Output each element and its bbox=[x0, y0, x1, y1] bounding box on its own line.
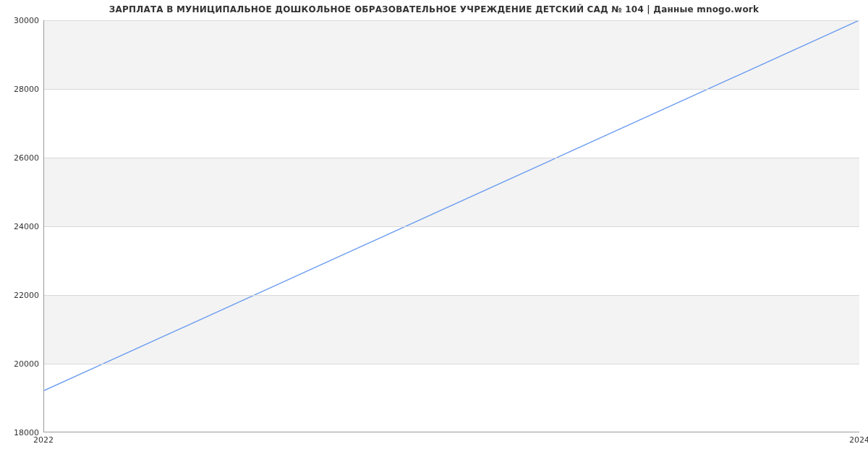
y-tick-label: 24000 bbox=[6, 222, 39, 231]
data-line bbox=[44, 20, 859, 390]
y-tick-label: 28000 bbox=[6, 85, 39, 94]
gridline bbox=[44, 295, 859, 296]
y-tick-label: 30000 bbox=[6, 16, 39, 25]
y-tick bbox=[43, 364, 44, 364]
y-tick bbox=[43, 226, 44, 227]
y-tick bbox=[43, 89, 44, 90]
y-tick-label: 22000 bbox=[6, 291, 39, 300]
y-tick bbox=[43, 20, 44, 21]
chart-container: ЗАРПЛАТА В МУНИЦИПАЛЬНОЕ ДОШКОЛЬНОЕ ОБРА… bbox=[0, 0, 868, 470]
gridline bbox=[44, 89, 859, 90]
gridline bbox=[44, 20, 859, 21]
gridline bbox=[44, 364, 859, 364]
y-tick-label: 26000 bbox=[6, 153, 39, 163]
plot-area bbox=[43, 20, 859, 432]
x-tick-label: 2022 bbox=[33, 435, 54, 445]
gridline bbox=[44, 158, 859, 158]
y-tick-label: 20000 bbox=[6, 359, 39, 369]
y-tick bbox=[43, 158, 44, 158]
y-tick bbox=[43, 295, 44, 296]
gridline bbox=[44, 226, 859, 227]
chart-title: ЗАРПЛАТА В МУНИЦИПАЛЬНОЕ ДОШКОЛЬНОЕ ОБРА… bbox=[0, 4, 868, 14]
x-tick-label: 2024 bbox=[849, 435, 868, 445]
x-tick bbox=[44, 432, 45, 432]
